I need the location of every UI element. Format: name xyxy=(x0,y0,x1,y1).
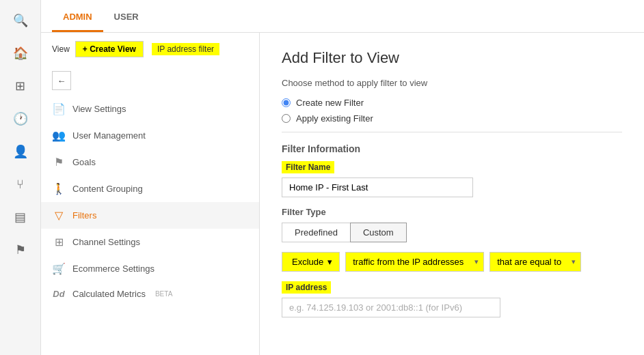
filter-type-group: Filter Type Predefined Custom xyxy=(282,207,622,242)
clock-icon[interactable]: 🕐 xyxy=(7,105,34,132)
sidebar-item-label: User Management xyxy=(72,130,146,141)
filter-name-label: Filter Name xyxy=(282,161,334,173)
top-tabs: ADMIN USER xyxy=(41,0,644,33)
sidebar-item-user-management[interactable]: 👥 User Management xyxy=(41,122,259,149)
goals-icon: ⚑ xyxy=(52,156,66,169)
person-icon[interactable]: 👤 xyxy=(7,138,34,165)
ecommerce-icon: 🛒 xyxy=(52,262,66,275)
content-grouping-icon: 🚶 xyxy=(52,182,66,195)
radio-create-new-input[interactable] xyxy=(282,98,291,107)
tab-admin[interactable]: ADMIN xyxy=(52,3,103,32)
report-icon[interactable]: ▤ xyxy=(7,203,34,231)
radio-create-new-label: Create new Filter xyxy=(296,98,364,108)
exclude-dropdown-icon: ▾ xyxy=(327,257,332,267)
ip-address-input[interactable] xyxy=(282,298,500,317)
sidebar-item-label: Channel Settings xyxy=(72,237,140,247)
filter-information-title: Filter Information xyxy=(282,143,622,154)
tab-user[interactable]: USER xyxy=(103,3,150,32)
sidebar-item-label: Goals xyxy=(72,157,96,167)
radio-apply-existing-input[interactable] xyxy=(282,114,291,123)
divider-1 xyxy=(282,132,622,132)
calculated-metrics-icon: Dd xyxy=(52,289,66,299)
user-management-icon: 👥 xyxy=(52,129,66,142)
filter-row: Exclude ▾ traffic from the IP addresses … xyxy=(282,252,622,272)
dashboard-icon[interactable]: ⊞ xyxy=(7,72,34,100)
choose-method-label: Choose method to apply filter to view xyxy=(282,78,622,88)
icon-sidebar: 🔍 🏠 ⊞ 🕐 👤 ⑂ ▤ ⚑ xyxy=(0,0,41,355)
branch-icon[interactable]: ⑂ xyxy=(7,171,34,198)
radio-apply-existing[interactable]: Apply existing Filter xyxy=(282,113,622,124)
filter-type-custom[interactable]: Custom xyxy=(350,223,407,242)
equal-select[interactable]: that are equal to xyxy=(489,252,581,272)
view-settings-icon: 📄 xyxy=(52,102,66,115)
exclude-button[interactable]: Exclude ▾ xyxy=(282,252,340,272)
filters-icon: ▽ xyxy=(52,209,66,222)
traffic-select-wrapper[interactable]: traffic from the IP addresses xyxy=(345,252,484,272)
radio-create-new[interactable]: Create new Filter xyxy=(282,98,622,108)
exclude-label: Exclude xyxy=(292,257,323,267)
main-area: ADMIN USER View + Create View IP address… xyxy=(41,0,644,355)
sidebar-item-content-grouping[interactable]: 🚶 Content Grouping xyxy=(41,175,259,202)
create-view-button[interactable]: + Create View xyxy=(75,41,144,57)
search-icon[interactable]: 🔍 xyxy=(7,7,34,34)
sidebar-item-label: Calculated Metrics xyxy=(72,289,146,299)
page-title: Add Filter to View xyxy=(282,49,622,67)
filter-type-buttons: Predefined Custom xyxy=(282,223,622,242)
sidebar-item-label: Ecommerce Settings xyxy=(72,264,155,274)
beta-badge: BETA xyxy=(155,290,172,298)
sidebar-item-view-settings[interactable]: 📄 View Settings xyxy=(41,96,259,122)
sidebar-item-label: View Settings xyxy=(72,104,126,114)
ip-address-label: IP address xyxy=(282,281,331,294)
channel-settings-icon: ⊞ xyxy=(52,236,66,248)
sidebar-item-channel-settings[interactable]: ⊞ Channel Settings xyxy=(41,229,259,255)
radio-group: Create new Filter Apply existing Filter xyxy=(282,98,622,124)
content-row: View + Create View IP address filter ← 📄… xyxy=(41,33,644,355)
sidebar-item-label: Content Grouping xyxy=(72,184,143,194)
sidebar-item-calculated-metrics[interactable]: Dd Calculated Metrics BETA xyxy=(41,282,259,306)
home-icon[interactable]: 🏠 xyxy=(7,40,34,67)
ip-address-group: IP address xyxy=(282,281,622,317)
sidebar-item-ecommerce[interactable]: 🛒 Ecommerce Settings xyxy=(41,255,259,282)
flag-icon[interactable]: ⚑ xyxy=(7,236,34,264)
sidebar-item-goals[interactable]: ⚑ Goals xyxy=(41,149,259,175)
view-label: View xyxy=(52,44,70,54)
filter-name-input[interactable] xyxy=(282,178,473,197)
nav-sidebar: View + Create View IP address filter ← 📄… xyxy=(41,33,260,355)
radio-apply-existing-label: Apply existing Filter xyxy=(296,113,373,124)
sidebar-item-filters[interactable]: ▽ Filters xyxy=(41,202,259,229)
main-content: Add Filter to View Choose method to appl… xyxy=(260,33,644,355)
ip-filter-badge: IP address filter xyxy=(152,43,219,55)
equal-select-wrapper[interactable]: that are equal to xyxy=(489,252,581,272)
back-button[interactable]: ← xyxy=(52,71,71,90)
filter-type-predefined[interactable]: Predefined xyxy=(282,223,350,242)
traffic-select[interactable]: traffic from the IP addresses xyxy=(345,252,484,272)
sidebar-item-label: Filters xyxy=(72,210,96,221)
filter-name-group: Filter Name xyxy=(282,161,622,197)
nav-header: View + Create View IP address filter xyxy=(41,33,259,66)
filter-type-label: Filter Type xyxy=(282,207,622,217)
